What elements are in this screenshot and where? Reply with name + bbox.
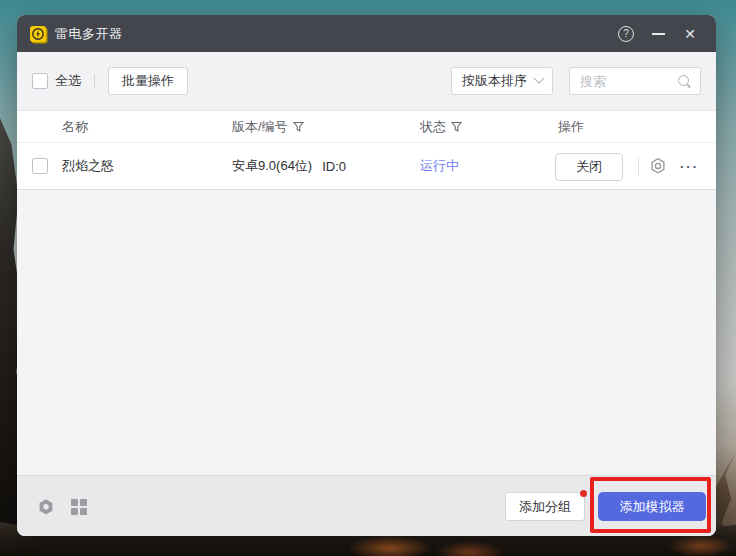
emulator-id: ID:0 [322,159,346,174]
minimize-button[interactable] [642,19,674,49]
add-emulator-button[interactable]: 添加模拟器 [598,492,706,521]
search-input[interactable] [580,74,677,89]
toolbar-divider [94,74,95,89]
row-actions-divider [638,157,639,176]
batch-operations-button[interactable]: 批量操作 [108,67,188,95]
gear-icon [649,157,667,175]
help-icon: ? [618,26,634,42]
emulator-version: 安卓9.0(64位) [232,157,312,175]
grid-icon [71,508,78,515]
layout-grid-button[interactable] [71,499,87,515]
column-label: 名称 [62,118,88,136]
sort-dropdown[interactable]: 按版本排序 [451,67,553,95]
empty-list-area [17,190,716,475]
column-label: 状态 [420,118,446,136]
select-all-label: 全选 [55,72,81,90]
gear-icon [37,498,55,516]
filter-icon[interactable] [293,121,304,132]
row-checkbox-cell [32,143,48,189]
app-window: 雷电多开器 ? ✕ 全选 批量操作 按版本排序 名称 版本 [17,15,716,536]
grid-icon [80,508,87,515]
help-button[interactable]: ? [610,19,642,49]
more-actions-button[interactable]: ··· [680,143,699,189]
emulator-status: 运行中 [420,143,459,189]
select-all-checkbox[interactable] [32,73,48,89]
emulator-version-cell: 安卓9.0(64位) ID:0 [232,143,346,189]
grid-icon [80,499,87,506]
search-icon [677,74,692,89]
column-header-status: 状态 [420,111,462,142]
table-header: 名称 版本/编号 状态 操作 [17,110,716,143]
global-settings-button[interactable] [37,498,55,520]
chevron-down-icon [533,73,544,84]
app-logo-lightning-icon [30,26,46,42]
close-emulator-button[interactable]: 关闭 [555,153,623,181]
add-group-button[interactable]: 添加分组 [505,492,585,521]
window-title: 雷电多开器 [55,25,123,43]
emulator-name: 烈焰之怒 [62,143,114,189]
row-checkbox[interactable] [32,158,48,174]
emulator-row: 烈焰之怒 安卓9.0(64位) ID:0 运行中 关闭 ··· [17,143,716,190]
column-header-operations: 操作 [558,111,584,142]
minimize-icon [652,33,665,35]
column-header-version: 版本/编号 [232,111,304,142]
column-header-name: 名称 [62,111,88,142]
sort-dropdown-value: 按版本排序 [462,72,535,90]
column-label: 操作 [558,118,584,136]
column-label: 版本/编号 [232,118,288,136]
close-button[interactable]: ✕ [674,19,706,49]
emulator-settings-button[interactable] [649,143,667,189]
toolbar: 全选 批量操作 按版本排序 [17,52,716,110]
notification-dot [580,490,587,497]
close-icon: ✕ [684,26,696,42]
search-box[interactable] [569,67,701,95]
footer-bar: 添加分组 添加模拟器 [17,475,716,536]
titlebar[interactable]: 雷电多开器 ? ✕ [17,15,716,52]
grid-icon [71,499,78,506]
add-group-label: 添加分组 [519,498,571,516]
filter-icon[interactable] [451,121,462,132]
